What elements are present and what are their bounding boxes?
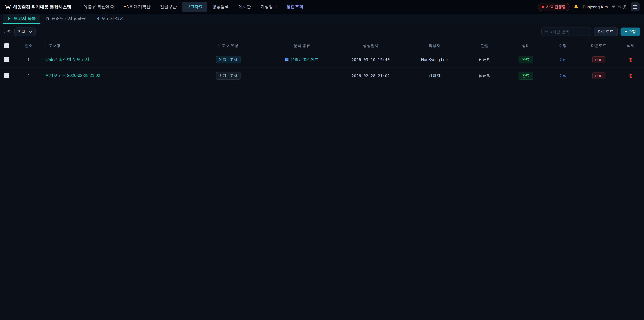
- nav-item-integrated-search[interactable]: 통합조회: [282, 2, 308, 12]
- col-number: 번호: [14, 40, 44, 52]
- col-status: 상태: [506, 40, 545, 52]
- pdf-download-badge[interactable]: PDF: [592, 56, 605, 63]
- report-type-badge: 초기보고서: [216, 72, 240, 80]
- table-header: 번호 보고서명 보고서 유형 분석 종류 생성일시 작성자 관할 상태 수정 다…: [0, 40, 644, 52]
- analysis-square-icon: [285, 58, 288, 61]
- jurisdiction-select[interactable]: 전체: [14, 28, 36, 36]
- edit-link[interactable]: 수정: [559, 57, 567, 62]
- author: 관리자: [406, 68, 463, 84]
- nav-item-reports[interactable]: 보고자료: [182, 2, 207, 12]
- jurisdiction: 남해청: [463, 52, 506, 68]
- report-table-body: 1 유출유 확산예측 보고서 예측보고서 유출유 확산예측 2026-03-10…: [0, 52, 644, 84]
- app-logo: 해양환경 위기대응 통합시스템: [3, 4, 73, 10]
- tab-report-create[interactable]: 보고서 생성: [91, 14, 128, 24]
- col-download: 다운로드: [580, 40, 617, 52]
- filter-bar: 관할 전체 다운로드 + 수정: [0, 24, 644, 39]
- jurisdiction-filter-label: 관할: [4, 29, 12, 35]
- incident-dot-icon: [542, 6, 544, 8]
- report-name-link[interactable]: 초기보고서 2026-02-28 21:02: [45, 73, 100, 78]
- col-edit: 수정: [545, 40, 580, 52]
- chevron-down-icon: [29, 31, 32, 33]
- edit-link[interactable]: 수정: [559, 73, 567, 78]
- table-row: 1 유출유 확산예측 보고서 예측보고서 유출유 확산예측 2026-03-10…: [0, 52, 644, 68]
- created-datetime: 2026-02-28 21:02: [336, 68, 406, 84]
- row-number: 2: [14, 68, 44, 84]
- col-created: 생성일시: [336, 40, 406, 52]
- main-nav: 유출유 확산예측 HNS·대기확산 긴급구난 보고자료 항공탐색 게시판 기상정…: [79, 2, 308, 12]
- report-table: 번호 보고서명 보고서 유형 분석 종류 생성일시 작성자 관할 상태 수정 다…: [0, 39, 644, 84]
- app-root: 해양환경 위기대응 통합시스템 유출유 확산예측 HNS·대기확산 긴급구난 보…: [0, 0, 644, 320]
- report-tabbar: 보고서 목록 표준보고서 템플릿 보고서 생성: [0, 14, 644, 24]
- row-checkbox[interactable]: [4, 73, 9, 78]
- status-badge: 완료: [518, 56, 533, 64]
- analysis-type: 유출유 확산예측: [285, 57, 318, 62]
- bell-icon[interactable]: [574, 4, 579, 10]
- analysis-type-label: 유출유 확산예측: [290, 57, 318, 62]
- trash-icon[interactable]: [628, 74, 633, 78]
- row-checkbox[interactable]: [4, 57, 9, 62]
- col-delete: 삭제: [617, 40, 644, 52]
- search-input[interactable]: [541, 28, 591, 36]
- top-navigation: 해양환경 위기대응 통합시스템 유출유 확산예측 HNS·대기확산 긴급구난 보…: [0, 0, 644, 14]
- col-report-type: 보고서 유형: [188, 40, 268, 52]
- report-create-icon: [96, 17, 100, 21]
- filter-actions: 다운로드 + 수정: [541, 28, 640, 36]
- status-badge: 완료: [518, 72, 533, 80]
- col-author: 작성자: [406, 40, 463, 52]
- col-analysis-type: 분석 종류: [268, 40, 336, 52]
- trash-icon[interactable]: [628, 57, 633, 62]
- nav-item-weather[interactable]: 기상정보: [256, 2, 282, 12]
- tab-standard-template[interactable]: 표준보고서 템플릿: [41, 14, 90, 24]
- nav-item-aerial-search[interactable]: 항공탐색: [208, 2, 234, 12]
- row-number: 1: [14, 52, 44, 68]
- nav-item-hns[interactable]: HNS·대기확산: [119, 2, 155, 12]
- logout-button[interactable]: 로그아웃: [612, 4, 626, 10]
- report-name-link[interactable]: 유출유 확산예측 보고서: [45, 57, 89, 62]
- col-jurisdiction: 관할: [463, 40, 506, 52]
- template-document-icon: [45, 17, 49, 21]
- hamburger-menu-icon[interactable]: [630, 2, 640, 12]
- analysis-type-label: -: [301, 74, 302, 78]
- report-list-icon: [8, 17, 12, 21]
- created-datetime: 2026-03-10 15:40: [336, 52, 406, 68]
- wing-w-icon: [5, 5, 11, 9]
- jurisdiction: 남해청: [463, 68, 506, 84]
- author: NanKyung Lee: [406, 52, 463, 68]
- nav-item-board[interactable]: 게시판: [234, 2, 256, 12]
- topnav-right: 사고 진행중 Eunjeong Kim 로그아웃: [538, 2, 641, 12]
- nav-item-rescue[interactable]: 긴급구난: [156, 2, 181, 12]
- col-report-name: 보고서명: [44, 40, 188, 52]
- download-button[interactable]: 다운로드: [594, 28, 618, 36]
- report-type-badge: 예측보고서: [216, 56, 240, 64]
- app-title: 해양환경 위기대응 통합시스템: [13, 4, 71, 10]
- create-button[interactable]: + 수정: [620, 28, 640, 36]
- nav-item-oil-spill[interactable]: 유출유 확산예측: [79, 2, 118, 12]
- incident-status-badge: 사고 진행중: [538, 3, 570, 11]
- tab-report-list[interactable]: 보고서 목록: [3, 14, 40, 24]
- analysis-type: -: [301, 74, 302, 78]
- select-all-checkbox[interactable]: [4, 43, 9, 48]
- user-name: Eunjeong Kim: [583, 5, 608, 9]
- pdf-download-badge[interactable]: PDF: [592, 72, 605, 79]
- table-row: 2 초기보고서 2026-02-28 21:02 초기보고서 - 2026-02…: [0, 68, 644, 84]
